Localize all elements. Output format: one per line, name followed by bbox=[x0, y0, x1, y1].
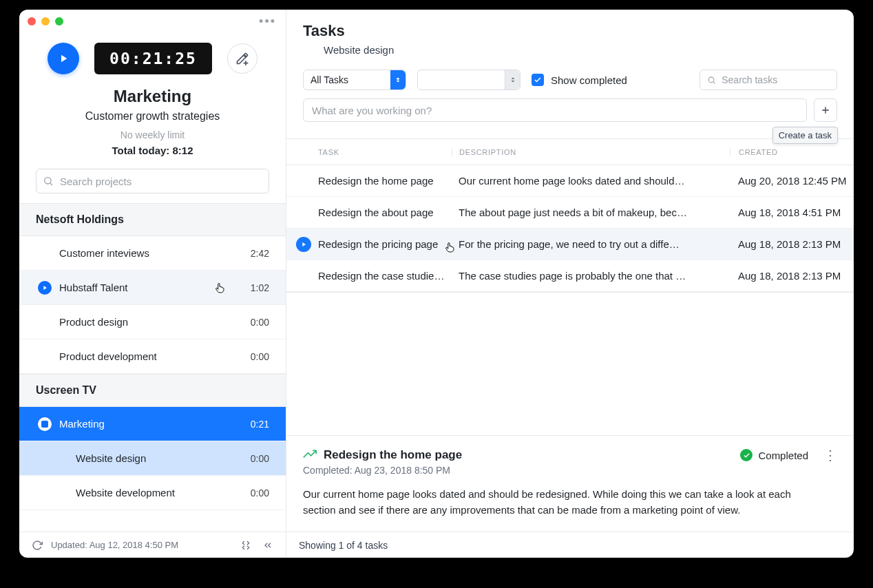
svg-point-2 bbox=[45, 178, 51, 184]
sidebar-footer: Updated: Aug 12, 2018 4:50 PM bbox=[19, 532, 286, 558]
active-project-subtitle: Customer growth strategies bbox=[19, 110, 286, 123]
project-item[interactable]: Marketing0:21 bbox=[19, 407, 286, 441]
project-item-label: Website development bbox=[36, 487, 251, 498]
project-item-label: Hubstaff Talent bbox=[36, 282, 251, 293]
task-row[interactable]: Redesign the pricing pageFor the pricing… bbox=[286, 229, 854, 260]
svg-point-4 bbox=[708, 77, 714, 83]
toolbar: All Tasks Show completed bbox=[286, 61, 854, 90]
search-icon bbox=[707, 75, 716, 85]
task-created: Aug 18, 2018 2:13 PM bbox=[730, 270, 854, 282]
col-created-header: CREATED bbox=[730, 148, 854, 156]
project-item-time: 2:42 bbox=[251, 248, 269, 259]
filter-select[interactable]: All Tasks bbox=[303, 70, 406, 90]
project-item-label: Product development bbox=[36, 350, 251, 362]
task-desc: The about page just needs a bit of makeu… bbox=[452, 207, 730, 218]
stop-icon[interactable] bbox=[37, 417, 52, 432]
show-completed-toggle[interactable]: Show completed bbox=[532, 74, 627, 86]
project-item[interactable]: Product design0:00 bbox=[19, 305, 286, 339]
main-footer: Showing 1 of 4 tasks bbox=[286, 532, 854, 558]
task-rows: Redesign the home pageOur current home p… bbox=[286, 165, 854, 292]
project-group-header[interactable]: Uscreen TV bbox=[19, 374, 286, 407]
col-desc-header: DESCRIPTION bbox=[452, 148, 730, 156]
project-search-input[interactable] bbox=[36, 169, 269, 193]
project-item-time: 0:00 bbox=[251, 453, 269, 464]
task-created: Aug 20, 2018 12:45 PM bbox=[730, 175, 854, 187]
project-item[interactable]: Website design0:00 bbox=[19, 441, 286, 476]
titlebar: ••• bbox=[19, 10, 286, 28]
task-row[interactable]: Redesign the case studies pa…The case st… bbox=[286, 260, 854, 292]
project-icon bbox=[303, 448, 317, 462]
project-group-header[interactable]: Netsoft Holdings bbox=[19, 203, 286, 236]
check-circle-icon bbox=[740, 449, 753, 461]
plus-icon bbox=[820, 105, 831, 116]
task-search[interactable] bbox=[700, 70, 837, 90]
create-task-button[interactable]: Create a task bbox=[814, 98, 837, 122]
window-maximize-icon[interactable] bbox=[55, 17, 63, 25]
chevron-updown-icon bbox=[505, 70, 520, 90]
project-item-time: 0:00 bbox=[251, 487, 269, 498]
working-on-input[interactable] bbox=[303, 98, 807, 122]
window-close-icon[interactable] bbox=[28, 17, 36, 25]
task-name: Redesign the pricing page bbox=[286, 238, 452, 250]
detail-more-menu[interactable]: ⋮ bbox=[823, 448, 837, 462]
filter-select-value: All Tasks bbox=[311, 74, 348, 85]
task-row[interactable]: Redesign the about pageThe about page ju… bbox=[286, 197, 854, 229]
edit-icon bbox=[235, 52, 249, 65]
timer-info: Marketing Customer growth strategies No … bbox=[19, 87, 286, 156]
task-desc: The case studies page is probably the on… bbox=[452, 270, 730, 282]
task-name: Redesign the case studies pa… bbox=[286, 270, 452, 282]
col-task-header: TASK bbox=[286, 148, 452, 156]
start-timer-button[interactable] bbox=[48, 43, 79, 74]
project-search-wrap bbox=[19, 156, 286, 203]
project-item[interactable]: Hubstaff Talent1:02 bbox=[19, 271, 286, 305]
project-item-label: Product design bbox=[36, 316, 251, 328]
main: Tasks Website design All Tasks bbox=[286, 10, 854, 558]
play-icon[interactable] bbox=[296, 237, 311, 252]
edit-time-button[interactable] bbox=[227, 43, 257, 74]
compact-view-button[interactable] bbox=[238, 537, 254, 554]
task-search-input[interactable] bbox=[722, 74, 830, 85]
checkbox-checked-icon bbox=[532, 74, 544, 86]
detail-title: Redesign the home page bbox=[324, 448, 462, 462]
weekly-limit: No weekly limit bbox=[19, 129, 286, 140]
project-tree: Netsoft HoldingsCustomer inteviews2:42Hu… bbox=[19, 203, 286, 510]
completed-timestamp: Completed: Aug 23, 2018 8:50 PM bbox=[303, 465, 837, 476]
task-desc: Our current home page looks dated and sh… bbox=[452, 175, 730, 187]
task-desc: For the pricing page, we need to try out… bbox=[452, 238, 730, 250]
project-item[interactable]: Customer inteviews2:42 bbox=[19, 236, 286, 271]
project-item[interactable]: Website development0:00 bbox=[19, 476, 286, 510]
task-detail: Redesign the home page Completed ⋮ Compl… bbox=[286, 435, 854, 532]
main-header: Tasks Website design bbox=[286, 10, 854, 61]
last-updated: Updated: Aug 12, 2018 4:50 PM bbox=[51, 540, 178, 550]
project-item-time: 0:00 bbox=[251, 351, 269, 362]
task-row[interactable]: Redesign the home pageOur current home p… bbox=[286, 165, 854, 197]
table-header: TASK DESCRIPTION CREATED bbox=[286, 139, 854, 165]
completed-label: Completed bbox=[758, 450, 808, 461]
elapsed-time: 00:21:25 bbox=[94, 43, 212, 74]
page-title: Tasks bbox=[303, 22, 837, 40]
active-project-title: Marketing bbox=[19, 87, 286, 106]
detail-header: Redesign the home page Completed ⋮ bbox=[303, 448, 837, 462]
task-created: Aug 18, 2018 4:51 PM bbox=[730, 207, 854, 218]
project-item-time: 1:02 bbox=[251, 282, 269, 293]
secondary-filter-select[interactable] bbox=[417, 70, 520, 90]
task-name: Redesign the about page bbox=[286, 207, 452, 218]
app-window: ••• 00:21:25 Marketing Customer growth s… bbox=[19, 10, 854, 558]
play-icon[interactable] bbox=[37, 280, 52, 295]
page-subtitle: Website design bbox=[303, 44, 837, 56]
project-item-time: 0:21 bbox=[251, 419, 269, 430]
collapse-sidebar-button[interactable] bbox=[260, 537, 276, 554]
window-minimize-icon[interactable] bbox=[41, 17, 50, 25]
svg-line-5 bbox=[713, 82, 715, 83]
completed-badge[interactable]: Completed bbox=[740, 449, 808, 461]
chevron-down-icon bbox=[390, 70, 406, 90]
task-table: TASK DESCRIPTION CREATED Redesign the ho… bbox=[286, 138, 854, 293]
sidebar: ••• 00:21:25 Marketing Customer growth s… bbox=[19, 10, 286, 558]
refresh-button[interactable] bbox=[29, 537, 45, 554]
more-menu-icon[interactable]: ••• bbox=[259, 14, 277, 29]
project-item-time: 0:00 bbox=[251, 317, 269, 328]
project-item[interactable]: Product development0:00 bbox=[19, 339, 286, 374]
task-name: Redesign the home page bbox=[286, 175, 452, 187]
play-icon bbox=[57, 52, 70, 65]
create-task-tooltip: Create a task bbox=[772, 127, 838, 144]
